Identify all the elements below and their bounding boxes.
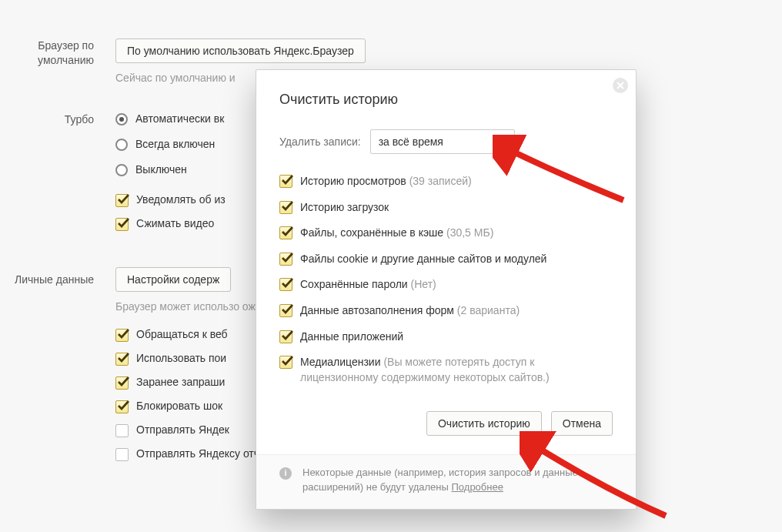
item-appdata-checkbox[interactable]	[279, 330, 292, 343]
clear-items-list: Историю просмотров (39 записей) Историю …	[279, 174, 613, 385]
period-label: Удалить записи:	[279, 136, 361, 148]
chevron-down-icon: ▾	[502, 137, 506, 147]
turbo-auto-label: Автоматически вк	[135, 112, 224, 125]
content-settings-button[interactable]: Настройки содерж	[115, 267, 231, 292]
item-passwords-checkbox[interactable]	[279, 278, 292, 291]
personal-data-label: Личные данные	[0, 267, 115, 472]
period-select[interactable]: за всё время ▾	[370, 129, 515, 154]
personal-opt2-checkbox[interactable]	[115, 353, 129, 366]
personal-opt5-checkbox[interactable]	[115, 424, 129, 437]
personal-opt1-label: Обращаться к веб	[136, 328, 228, 340]
turbo-notify-label: Уведомлять об из	[136, 193, 226, 206]
item-media-licenses-label: Медиалицензии	[300, 356, 381, 368]
item-downloads-label: Историю загрузок	[300, 201, 389, 213]
personal-opt4-label: Блокировать шок	[136, 400, 222, 412]
turbo-label: Турбо	[0, 112, 115, 241]
item-autofill-suffix: (2 варианта)	[457, 304, 520, 316]
set-default-browser-button[interactable]: По умолчанию использовать Яндекс.Браузер	[115, 38, 366, 63]
clear-history-button[interactable]: Очистить историю	[426, 411, 542, 436]
personal-opt6-checkbox[interactable]	[115, 448, 129, 461]
info-icon: i	[279, 467, 292, 480]
item-browsing-history-checkbox[interactable]	[279, 175, 292, 188]
personal-opt3-checkbox[interactable]	[115, 376, 129, 390]
personal-opt1-checkbox[interactable]	[115, 329, 129, 342]
footer-note: Некоторые данные (например, история запр…	[302, 466, 613, 495]
item-browsing-history-label: Историю просмотров	[300, 175, 406, 187]
turbo-notify-checkbox[interactable]	[115, 194, 129, 207]
turbo-compress-checkbox[interactable]	[115, 218, 129, 231]
item-passwords-label: Сохранённые пароли	[300, 278, 408, 290]
personal-opt5-label: Отправлять Яндек	[136, 423, 229, 436]
turbo-always-label: Всегда включен	[135, 138, 215, 150]
default-browser-label: Браузер по умолчанию	[0, 38, 115, 86]
item-browsing-history-suffix: (39 записей)	[409, 175, 472, 187]
turbo-off-label: Выключен	[135, 163, 187, 176]
turbo-auto-radio[interactable]	[115, 113, 128, 125]
item-appdata-label: Данные приложений	[300, 330, 403, 343]
item-autofill-checkbox[interactable]	[279, 304, 292, 317]
dialog-title: Очистить историю	[279, 92, 613, 108]
item-media-licenses-checkbox[interactable]	[279, 356, 292, 369]
personal-opt2-label: Использовать пои	[136, 352, 226, 364]
turbo-off-radio[interactable]	[115, 164, 128, 176]
item-cache-label: Файлы, сохранённые в кэше	[300, 226, 443, 239]
personal-opt3-label: Заранее запраши	[136, 376, 225, 388]
learn-more-link[interactable]: Подробнее	[452, 481, 503, 493]
close-icon[interactable]	[613, 78, 628, 93]
item-cookies-checkbox[interactable]	[279, 253, 292, 266]
clear-history-dialog: Очистить историю Удалить записи: за всё …	[256, 69, 637, 510]
item-downloads-checkbox[interactable]	[279, 201, 292, 214]
turbo-always-radio[interactable]	[115, 139, 128, 151]
cancel-button[interactable]: Отмена	[551, 411, 613, 436]
item-cookies-label: Файлы cookie и другие данные сайтов и мо…	[300, 253, 546, 265]
item-cache-checkbox[interactable]	[279, 226, 292, 239]
item-passwords-suffix: (Нет)	[411, 278, 436, 290]
turbo-compress-label: Сжимать видео	[136, 217, 214, 229]
item-cache-suffix: (30,5 МБ)	[446, 226, 493, 239]
item-autofill-label: Данные автозаполнения форм	[300, 304, 454, 316]
personal-opt4-checkbox[interactable]	[115, 400, 129, 413]
period-select-value: за всё время	[379, 136, 443, 148]
